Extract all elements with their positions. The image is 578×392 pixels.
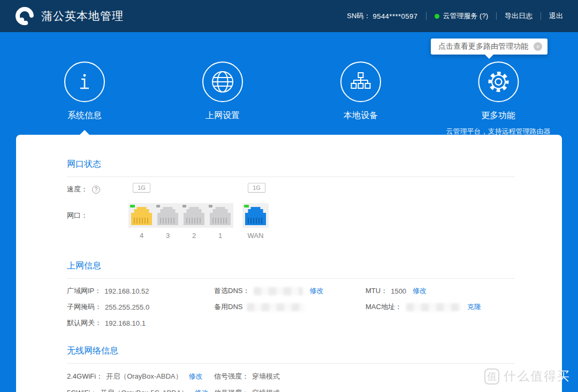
info-icon [64,62,105,102]
mac-clone-link[interactable]: 克隆 [467,302,481,312]
port-1 [207,203,233,228]
speed-row: 速度： ? 1G 1G [67,184,515,195]
oray-logo-icon [15,6,34,26]
dns-primary-label: 首选DNS： [214,286,249,296]
port-led-icon [209,205,212,207]
divider [426,12,427,20]
speed-badge-wan: 1G [248,183,265,193]
ethernet-jack-icon [210,207,231,225]
port-led-icon [182,205,186,207]
dns-primary-row: 首选DNS： 修改 [214,283,366,299]
port-4 [128,203,155,228]
tab-label: 本地设备 [344,110,378,121]
app-title: 蒲公英本地管理 [41,9,124,24]
gear-icon [478,62,519,102]
active-tab-pointer [79,130,90,135]
wifi-5-modify-link[interactable]: 修改 [194,388,208,392]
sn-number: SN码： 9544****0597 [347,11,417,21]
dns-secondary-row: 备用DNS [214,299,366,315]
port-row: 网口： [67,203,515,240]
port-led-icon [130,205,135,207]
wifi-24-signal-row: 信号强度： 穿墙模式 [214,368,515,385]
wan-ip-value: 192.168.10.52 [104,287,149,295]
port-label: 网口： [67,203,128,240]
gateway-label: 默认网关： [67,318,102,328]
subnet-value: 255.255.255.0 [105,303,149,311]
section-title-internet-info: 上网信息 [67,260,515,272]
divider [67,278,515,279]
logout-button[interactable]: 退出 [549,11,563,21]
header-actions: SN码： 9544****0597 云管理服务 (?) 导出日志 退出 [347,11,563,21]
gateway-row: 默认网关： 192.168.10.1 [67,315,214,331]
ethernet-jack-icon [131,207,152,225]
brand: 蒲公英本地管理 [15,6,124,26]
signal-value: 穿墙模式 [252,372,280,381]
port-number: 1 [207,232,233,240]
ethernet-jack-icon [245,207,266,225]
ports-block: 4 3 2 1 WAN [128,203,269,240]
wifi-5-row: 5GWiFi： 开启（OrayBox-5G-ABDA） 修改 [67,385,214,392]
tab-label: 更多功能 [481,110,515,121]
mac-label: MAC地址： [366,302,402,312]
dns-secondary-label: 备用DNS [214,302,242,312]
mac-row: MAC地址： 克隆 [366,299,515,315]
mac-value-redacted [406,303,461,311]
section-title-wireless-info: 无线网络信息 [67,345,515,357]
cloud-service-link[interactable]: 云管理服务 (?) [435,11,489,21]
port-led-icon [156,205,160,207]
wan-ip-label: 广域网IP： [67,286,101,296]
lan-port-group [128,203,233,228]
wifi-24-label: 2.4GWiFi： [67,372,103,381]
port-led-icon [244,205,249,207]
devices-icon [340,62,381,102]
divider [496,12,497,20]
globe-icon [202,62,243,102]
wifi-24-value: 开启（OrayBox-ABDA） [106,372,182,381]
port-number: 4 [128,232,155,240]
mtu-row: MTU： 1500 修改 [366,283,515,299]
port-number: 3 [155,232,181,240]
sn-label: SN码： [347,11,370,21]
tab-label: 上网设置 [206,110,240,121]
port-number: 2 [181,232,207,240]
subnet-label: 子网掩码： [67,302,102,312]
signal-value: 穿墙模式 [252,388,280,392]
tab-label: 系统信息 [67,110,102,121]
dns-modify-link[interactable]: 修改 [309,286,323,296]
mtu-label: MTU： [366,286,387,296]
wifi-24-modify-link[interactable]: 修改 [188,372,202,381]
signal-label: 信号强度： [214,372,249,381]
wifi-24-row: 2.4GWiFi： 开启（OrayBox-ABDA） 修改 [67,368,214,385]
ethernet-jack-icon [184,207,204,225]
status-dot-icon [435,14,439,19]
mtu-modify-link[interactable]: 修改 [413,286,427,296]
divider [67,363,515,364]
subnet-row: 子网掩码： 255.255.255.0 [67,299,214,315]
top-header: 蒲公英本地管理 SN码： 9544****0597 云管理服务 (?) 导出日志… [0,0,578,32]
tab-internet-settings[interactable]: 上网设置 [202,62,243,121]
tab-more-features[interactable]: 更多功能 云管理平台，支持远程管理路由器 [446,62,551,136]
wifi-5-value: 开启（OrayBox-5G-ABDA） [100,388,188,392]
mtu-value: 1500 [391,287,406,295]
tab-system-info[interactable]: 系统信息 [64,62,105,121]
wan-ip-row: 广域网IP： 192.168.10.52 [67,283,214,299]
section-title-port-status: 网口状态 [67,159,515,170]
signal-label: 信号强度： [214,388,249,392]
close-icon[interactable]: × [534,42,542,51]
speed-badge-lan: 1G [133,183,150,193]
export-logs-button[interactable]: 导出日志 [505,11,533,21]
port-2 [181,203,207,228]
tab-local-devices[interactable]: 本地设备 [340,62,381,121]
dns-primary-value-redacted [254,287,303,295]
cloud-service-label: 云管理服务 (?) [443,11,489,21]
divider [541,12,541,20]
sn-value: 9544****0597 [372,12,417,20]
more-features-tooltip: 点击查看更多路由管理功能 × [431,39,547,55]
internet-info-grid: 广域网IP： 192.168.10.52 首选DNS： 修改 MTU： 1500… [67,283,515,331]
help-icon[interactable]: ? [92,186,100,194]
wifi-5-label: 5GWiFi： [67,388,97,392]
gateway-value: 192.168.10.1 [105,319,146,327]
port-numbers: 4 3 2 1 WAN [128,232,269,240]
main-panel: 网口状态 速度： ? 1G 1G 网口： [16,135,562,392]
port-wan [242,203,269,228]
